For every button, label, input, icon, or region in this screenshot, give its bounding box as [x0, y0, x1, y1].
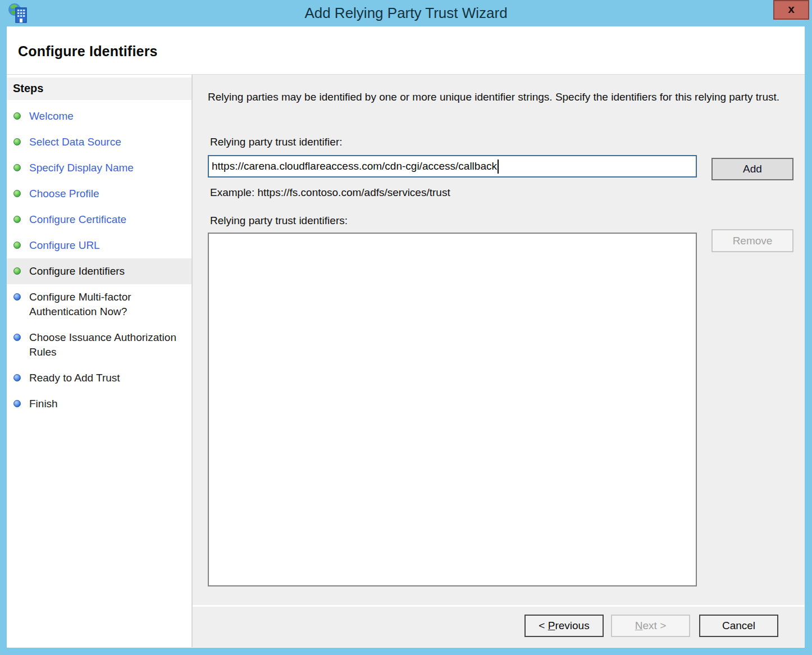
- green-dot-icon: [13, 164, 21, 171]
- next-button-suffix: >: [657, 620, 666, 631]
- step-label: Welcome: [29, 109, 74, 124]
- wizard-window: Add Relying Party Trust Wizard x Configu…: [0, 0, 812, 655]
- footer-bar: < Previous Next > Cancel: [193, 605, 805, 647]
- wizard-frame: Configure Identifiers Steps Welcome Sele…: [7, 26, 805, 648]
- identifiers-list-label: Relying party trust identifiers:: [210, 215, 348, 227]
- sidebar-item-choose-issuance-rules: Choose Issuance Authorization Rules: [7, 325, 191, 365]
- step-label: Configure Identifiers: [29, 264, 125, 279]
- blue-dot-icon: [13, 374, 21, 381]
- add-button[interactable]: Add: [711, 158, 793, 180]
- identifier-input-value: https://carena.cloudflareaccess.com/cdn-…: [212, 160, 497, 172]
- window-title: Add Relying Party Trust Wizard: [0, 0, 812, 26]
- steps-heading: Steps: [7, 78, 191, 100]
- step-label: Finish: [29, 397, 58, 411]
- sidebar-item-configure-url[interactable]: Configure URL: [7, 233, 191, 258]
- step-label: Specify Display Name: [29, 161, 134, 175]
- sidebar-item-specify-display-name[interactable]: Specify Display Name: [7, 155, 191, 181]
- close-button[interactable]: x: [773, 0, 809, 20]
- identifier-input[interactable]: https://carena.cloudflareaccess.com/cdn-…: [208, 155, 697, 178]
- close-icon: x: [788, 3, 795, 15]
- text-caret: [498, 160, 499, 174]
- steps-sidebar: Steps Welcome Select Data Source Specify…: [7, 75, 193, 647]
- blue-dot-icon: [13, 400, 21, 407]
- intro-text: Relying parties may be identified by one…: [208, 89, 786, 104]
- blue-dot-icon: [13, 293, 21, 301]
- title-bar: Add Relying Party Trust Wizard x: [0, 0, 812, 26]
- steps-list: Welcome Select Data Source Specify Displ…: [7, 103, 191, 417]
- green-dot-icon: [13, 112, 21, 120]
- next-button[interactable]: Next >: [611, 615, 690, 637]
- step-label: Configure Multi-factor Authentication No…: [29, 290, 186, 319]
- previous-button-rest: revious: [555, 620, 589, 631]
- identifiers-listbox[interactable]: [208, 233, 697, 586]
- green-dot-icon: [13, 216, 21, 223]
- step-label: Configure Certificate: [29, 212, 126, 227]
- sidebar-item-configure-certificate[interactable]: Configure Certificate: [7, 207, 191, 233]
- blue-dot-icon: [13, 334, 21, 341]
- sidebar-item-configure-identifiers[interactable]: Configure Identifiers: [7, 258, 191, 284]
- adfs-globe-building-icon: [7, 2, 30, 25]
- sidebar-item-select-data-source[interactable]: Select Data Source: [7, 129, 191, 155]
- remove-button[interactable]: Remove: [711, 229, 793, 252]
- step-label: Choose Profile: [29, 187, 99, 201]
- example-text: Example: https://fs.contoso.com/adfs/ser…: [210, 187, 450, 199]
- cancel-button[interactable]: Cancel: [699, 615, 778, 637]
- next-button-accel: N: [635, 620, 643, 631]
- page-header: Configure Identifiers: [7, 26, 805, 75]
- main-panel: Relying parties may be identified by one…: [193, 75, 805, 647]
- page-title: Configure Identifiers: [7, 26, 805, 60]
- sidebar-item-finish: Finish: [7, 391, 191, 417]
- green-dot-icon: [13, 138, 21, 145]
- sidebar-item-configure-mfa: Configure Multi-factor Authentication No…: [7, 284, 191, 325]
- sidebar-item-ready-to-add-trust: Ready to Add Trust: [7, 365, 191, 391]
- step-label: Configure URL: [29, 238, 100, 253]
- previous-button[interactable]: < Previous: [524, 615, 604, 637]
- previous-button-accel: P: [548, 620, 555, 631]
- sidebar-item-choose-profile[interactable]: Choose Profile: [7, 181, 191, 207]
- green-dot-icon: [13, 267, 21, 275]
- previous-button-prefix: <: [539, 620, 548, 631]
- step-label: Ready to Add Trust: [29, 371, 120, 385]
- sidebar-item-welcome[interactable]: Welcome: [7, 103, 191, 129]
- green-dot-icon: [13, 190, 21, 197]
- identifier-field-label: Relying party trust identifier:: [210, 136, 343, 148]
- next-button-rest: ext: [643, 620, 657, 631]
- step-label: Choose Issuance Authorization Rules: [29, 330, 186, 360]
- green-dot-icon: [13, 242, 21, 249]
- step-label: Select Data Source: [29, 135, 121, 149]
